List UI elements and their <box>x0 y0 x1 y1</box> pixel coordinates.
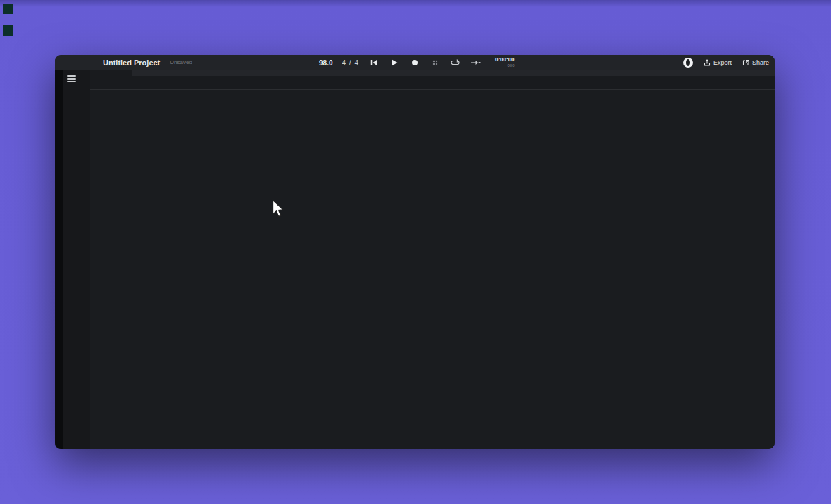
account-avatar[interactable] <box>683 58 693 68</box>
transport-bar: 98.0 4 / 4 <box>319 55 515 70</box>
punch-in-arrow-icon[interactable] <box>470 57 482 68</box>
close-window-button[interactable] <box>61 59 68 66</box>
share-icon <box>742 59 749 66</box>
corner-artifact <box>3 4 13 14</box>
arrangement-area <box>55 70 775 449</box>
time-signature[interactable]: 4 / 4 <box>342 59 358 67</box>
menu-icon[interactable] <box>67 75 76 82</box>
corner-artifact <box>3 25 13 36</box>
left-rail <box>55 70 63 449</box>
project-title: Untitled Project <box>103 58 160 67</box>
skip-to-start-button[interactable] <box>368 57 380 68</box>
record-button[interactable] <box>409 57 420 68</box>
metronome-dots-icon[interactable] <box>430 57 441 68</box>
timeline-ruler[interactable] <box>90 70 775 90</box>
traffic-lights <box>61 59 92 66</box>
export-icon <box>704 59 711 66</box>
loop-button[interactable] <box>450 57 461 68</box>
share-button[interactable]: Share <box>742 59 769 66</box>
play-button[interactable] <box>389 57 400 68</box>
save-status: Unsaved <box>170 59 192 65</box>
daw-window: Untitled Project Unsaved 98.0 4 / 4 <box>55 55 775 449</box>
export-button[interactable]: Export <box>704 59 732 66</box>
track-header-column <box>63 70 90 449</box>
zoom-window-button[interactable] <box>85 59 92 66</box>
loop-region-band[interactable] <box>132 70 775 76</box>
minimize-window-button[interactable] <box>73 59 80 66</box>
titlebar: Untitled Project Unsaved 98.0 4 / 4 <box>55 55 775 70</box>
time-display[interactable]: 0:00:00 000 <box>495 57 515 68</box>
tempo-value[interactable]: 98.0 <box>319 59 332 67</box>
titlebar-right: Export Share <box>683 55 769 70</box>
